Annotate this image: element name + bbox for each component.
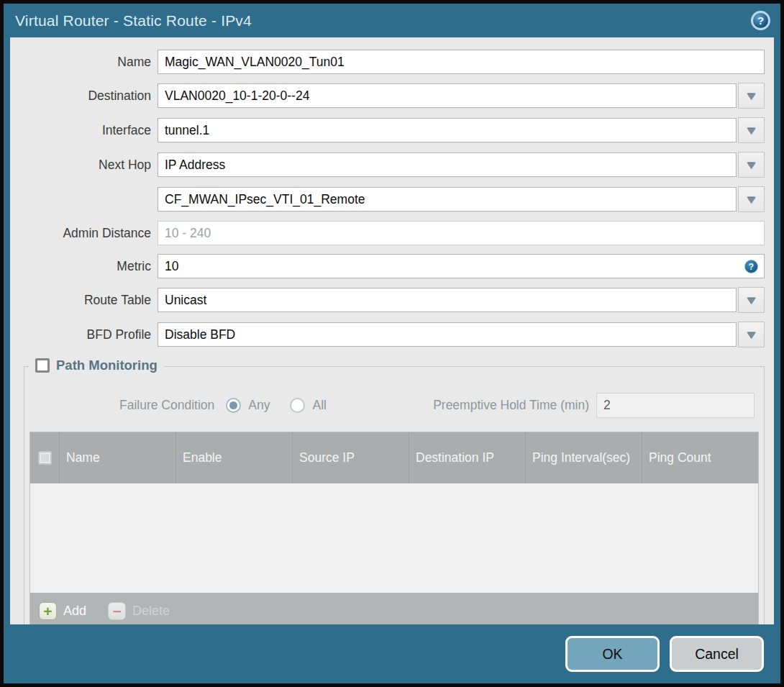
next-hop-address-input[interactable] xyxy=(158,187,737,211)
chevron-down-icon: ▼ xyxy=(744,329,758,340)
next-hop-label: Next Hop xyxy=(10,158,158,173)
route-table-select[interactable] xyxy=(158,288,737,312)
bfd-profile-select[interactable] xyxy=(158,322,737,347)
form-row-name: Name xyxy=(10,50,765,74)
table-header-row: Name Enable Source IP Destination IP Pin… xyxy=(30,432,758,483)
next-hop-address-dropdown-button[interactable]: ▼ xyxy=(738,186,765,212)
route-table-dropdown-button[interactable]: ▼ xyxy=(738,287,765,313)
preemptive-hold-label: Preemptive Hold Time (min) xyxy=(433,398,589,413)
admin-distance-label: Admin Distance xyxy=(10,226,158,241)
admin-distance-input[interactable] xyxy=(158,221,765,245)
dialog-title: Virtual Router - Static Route - IPv4 xyxy=(15,12,252,29)
next-hop-address-fieldwrap: ▼ xyxy=(158,186,765,212)
path-monitoring-table: Name Enable Source IP Destination IP Pin… xyxy=(29,432,759,624)
table-header-select-all xyxy=(30,432,59,483)
radio-any-circle-icon xyxy=(226,398,241,413)
form-row-interface: Interface ▼ xyxy=(10,117,765,143)
static-route-dialog: Virtual Router - Static Route - IPv4 ? N… xyxy=(0,0,784,687)
column-header-name: Name xyxy=(59,432,176,483)
minus-icon: − xyxy=(108,602,126,620)
add-button-label: Add xyxy=(63,604,86,619)
route-table-fieldwrap: ▼ xyxy=(158,287,765,313)
dialog-footer: OK Cancel xyxy=(4,624,780,683)
radio-all-circle-icon xyxy=(290,398,305,413)
interface-label: Interface xyxy=(10,123,158,138)
chevron-down-icon: ▼ xyxy=(744,295,758,306)
interface-input[interactable] xyxy=(158,118,737,142)
path-monitoring-title: Path Monitoring xyxy=(56,358,158,373)
column-header-ping-interval: Ping Interval(sec) xyxy=(525,432,642,483)
destination-input[interactable] xyxy=(158,83,737,108)
chevron-down-icon: ▼ xyxy=(744,160,758,170)
plus-icon: + xyxy=(39,602,57,620)
path-monitoring-checkbox[interactable] xyxy=(35,358,50,373)
next-hop-select[interactable] xyxy=(158,153,737,177)
form-row-route-table: Route Table ▼ xyxy=(10,287,765,313)
form-row-metric: Metric ? xyxy=(10,254,765,278)
form-row-admin-distance: Admin Distance xyxy=(10,221,765,245)
path-monitoring-legend: Path Monitoring xyxy=(29,358,164,373)
destination-fieldwrap: ▼ xyxy=(158,83,765,109)
preemptive-hold-input[interactable] xyxy=(596,393,755,418)
interface-dropdown-button[interactable]: ▼ xyxy=(738,117,765,143)
route-table-label: Route Table xyxy=(10,293,158,308)
select-all-checkbox[interactable] xyxy=(38,451,52,465)
dialog-titlebar: Virtual Router - Static Route - IPv4 ? xyxy=(4,4,780,37)
name-label: Name xyxy=(10,55,158,70)
next-hop-fieldwrap: ▼ xyxy=(158,152,765,178)
failure-condition-label: Failure Condition xyxy=(119,398,214,413)
metric-fieldwrap: ? xyxy=(158,254,765,278)
ok-button[interactable]: OK xyxy=(565,636,660,672)
table-action-bar: + Add − Delete xyxy=(30,593,758,624)
bfd-profile-fieldwrap: ▼ xyxy=(158,322,765,347)
chevron-down-icon: ▼ xyxy=(744,91,758,101)
radio-any[interactable]: Any xyxy=(226,398,270,413)
path-monitoring-section: Path Monitoring Failure Condition Any Al… xyxy=(24,366,765,624)
add-button[interactable]: + Add xyxy=(39,602,86,620)
radio-all-label: All xyxy=(312,398,326,413)
destination-label: Destination xyxy=(10,88,158,104)
metric-input[interactable] xyxy=(158,254,765,278)
admin-distance-fieldwrap xyxy=(158,221,765,245)
metric-label: Metric xyxy=(10,259,158,274)
cancel-button[interactable]: Cancel xyxy=(670,636,764,672)
form-row-next-hop-address: ▼ xyxy=(10,186,765,212)
radio-any-label: Any xyxy=(248,398,270,413)
interface-fieldwrap: ▼ xyxy=(158,117,765,143)
bfd-profile-dropdown-button[interactable]: ▼ xyxy=(738,322,765,347)
radio-all[interactable]: All xyxy=(290,398,326,413)
failure-condition-radio-group: Any All xyxy=(226,398,337,413)
form-row-destination: Destination ▼ xyxy=(10,83,765,109)
chevron-down-icon: ▼ xyxy=(744,125,758,136)
chevron-down-icon: ▼ xyxy=(744,194,758,205)
delete-button-label: Delete xyxy=(132,604,170,619)
destination-dropdown-button[interactable]: ▼ xyxy=(738,83,765,109)
failure-condition-row: Failure Condition Any All Preemptive Hol… xyxy=(119,393,755,418)
bfd-profile-label: BFD Profile xyxy=(10,327,158,342)
column-header-destination-ip: Destination IP xyxy=(409,432,525,483)
preemptive-hold-group: Preemptive Hold Time (min) xyxy=(433,393,755,418)
form-row-bfd-profile: BFD Profile ▼ xyxy=(10,322,765,347)
name-input[interactable] xyxy=(158,50,765,74)
metric-help-icon[interactable]: ? xyxy=(744,260,758,273)
column-header-ping-count: Ping Count xyxy=(642,432,758,483)
table-body-empty xyxy=(30,483,758,593)
delete-button[interactable]: − Delete xyxy=(108,602,170,620)
help-icon[interactable]: ? xyxy=(751,11,770,30)
column-header-source-ip: Source IP xyxy=(292,432,409,483)
name-fieldwrap xyxy=(158,50,765,74)
dialog-body: Name Destination ▼ Interface ▼ Next Hop xyxy=(10,37,774,624)
form-row-next-hop: Next Hop ▼ xyxy=(10,152,765,178)
next-hop-dropdown-button[interactable]: ▼ xyxy=(738,152,765,178)
column-header-enable: Enable xyxy=(176,432,292,483)
